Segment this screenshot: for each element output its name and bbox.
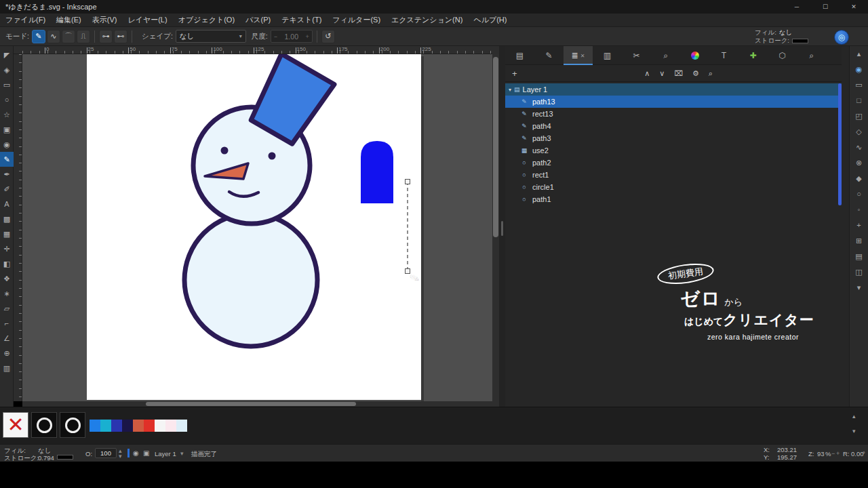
connector-tool[interactable]: ⌐: [0, 316, 14, 331]
pressure-toggle-button[interactable]: ⊶: [99, 30, 113, 43]
bucket-tool[interactable]: ◧: [0, 256, 14, 271]
palette-swatch-3[interactable]: [122, 420, 133, 432]
swatch-white-ring-1[interactable]: [31, 412, 57, 438]
layer-visibility-eye-icon[interactable]: ◉: [133, 449, 139, 457]
object-row-path13[interactable]: ✎path13: [505, 96, 842, 108]
tab-objects[interactable]: ≣✕: [564, 46, 593, 65]
eraser-tool[interactable]: ▱: [0, 301, 14, 316]
menu-item-0[interactable]: ファイル(F): [0, 14, 51, 27]
text-tool[interactable]: A: [0, 197, 14, 211]
menu-item-3[interactable]: レイヤー(L): [122, 14, 172, 27]
layer-dropdown-arrow-icon[interactable]: ▾: [180, 450, 184, 457]
snap-scroll-down[interactable]: ▾: [852, 283, 866, 292]
box3d-tool[interactable]: ▣: [0, 122, 14, 137]
lpe-based-toggle-button[interactable]: ⊷: [114, 30, 127, 43]
object-row-path3[interactable]: ✎path3: [505, 132, 842, 144]
menu-item-1[interactable]: 編集(E): [51, 14, 87, 27]
snap-grid[interactable]: ⊞: [852, 236, 866, 245]
move-up-button[interactable]: ∧: [644, 69, 650, 78]
snap-smooth-nodes[interactable]: ○: [852, 189, 866, 199]
tab-path[interactable]: ✂: [622, 46, 651, 65]
snap-cusp-nodes[interactable]: ◆: [852, 174, 866, 183]
tab-document[interactable]: ▤: [505, 46, 534, 65]
tab-text[interactable]: T: [709, 46, 738, 65]
tab-fill-stroke[interactable]: ✎: [534, 46, 564, 65]
zoom-minus-icon[interactable]: −: [831, 450, 835, 457]
menu-item-5[interactable]: パス(P): [240, 14, 276, 27]
status-stroke-swatch[interactable]: [57, 455, 73, 460]
ruler-left[interactable]: [14, 54, 22, 401]
snap-bbox-corners[interactable]: ◰: [852, 111, 866, 121]
mode-bezier-button[interactable]: ✎: [32, 30, 45, 43]
shape-dropdown[interactable]: なし ▾: [176, 30, 246, 43]
mesh-tool[interactable]: ▦: [0, 226, 14, 241]
zoom-value[interactable]: 93: [817, 450, 825, 458]
snap-page-border[interactable]: ◫: [852, 267, 866, 277]
layer-row[interactable]: ▾▤Layer 1: [505, 83, 842, 96]
palette-swatch-7[interactable]: [165, 420, 176, 432]
search-icon[interactable]: ⌕: [709, 69, 713, 78]
snap-bbox[interactable]: ▭: [852, 80, 866, 89]
canvas[interactable]: ✎: [22, 54, 492, 401]
snap-master-toggle[interactable]: ◉: [852, 64, 866, 74]
snowman-body[interactable]: [184, 214, 317, 346]
delete-object-button[interactable]: ⌧: [674, 69, 683, 78]
menu-item-2[interactable]: 表示(V): [87, 14, 123, 27]
selector-tool[interactable]: ◤: [0, 47, 14, 62]
maximize-button[interactable]: ☐: [811, 0, 840, 14]
ruler-top[interactable]: 0255075100125150175200225: [22, 46, 492, 54]
object-row-path4[interactable]: ✎path4: [505, 120, 842, 132]
zoom-tool[interactable]: ⊕: [0, 346, 14, 361]
minimize-button[interactable]: ─: [783, 0, 811, 14]
snap-midpoints[interactable]: ◦: [852, 205, 866, 214]
gradient-tool[interactable]: ▩: [0, 211, 14, 226]
tab-zoom[interactable]: ⌕: [797, 46, 826, 65]
expand-caret-icon[interactable]: ▾: [509, 87, 511, 93]
measure-tool[interactable]: ∠: [0, 331, 14, 346]
rotation-value[interactable]: 0.00: [851, 450, 864, 458]
palette-swatch-2[interactable]: [111, 420, 122, 432]
mode-spiro-button[interactable]: ∿: [47, 30, 60, 43]
settings-gear-icon[interactable]: ⚙: [692, 69, 699, 78]
stroke-color-swatch[interactable]: [792, 39, 808, 43]
reset-defaults-button[interactable]: ↺: [321, 30, 335, 43]
palette-swatch-0[interactable]: [90, 420, 100, 432]
tweak-tool[interactable]: ❖: [0, 271, 14, 286]
swatch-white-ring-2[interactable]: [60, 412, 85, 438]
tab-extensions[interactable]: ✚: [738, 46, 768, 65]
spray-tool[interactable]: ∗: [0, 286, 14, 301]
rect-tool[interactable]: ▭: [0, 77, 14, 92]
opacity-down-icon[interactable]: ▾: [119, 453, 122, 460]
object-row-path2[interactable]: ○path2: [505, 157, 842, 169]
tab-symbols[interactable]: ⬡: [768, 46, 797, 65]
menu-item-4[interactable]: オブジェクト(O): [173, 14, 240, 27]
tab-find[interactable]: ⌕: [651, 46, 680, 65]
palette-swatch-8[interactable]: [176, 420, 187, 432]
dropper-tool[interactable]: ✛: [0, 241, 14, 256]
palette-scroll-up-icon[interactable]: ▴: [852, 413, 856, 420]
menu-item-8[interactable]: エクステンション(N): [386, 14, 468, 27]
menu-item-9[interactable]: ヘルプ(H): [468, 14, 512, 27]
object-row-circle1[interactable]: ○circle1: [505, 181, 842, 193]
snap-centers[interactable]: +: [852, 220, 866, 230]
snowman-eye-left[interactable]: [221, 147, 229, 155]
snap-paths[interactable]: ∿: [852, 142, 866, 152]
snap-guides[interactable]: ▤: [852, 251, 866, 261]
palette-swatch-5[interactable]: [144, 420, 155, 432]
blue-shape[interactable]: [361, 141, 393, 203]
zoom-plus-icon[interactable]: +: [836, 450, 840, 457]
pen-tool[interactable]: ✒: [0, 167, 14, 182]
node-tool[interactable]: ◈: [0, 62, 14, 77]
calligraphy-tool[interactable]: ✐: [0, 182, 14, 197]
object-row-path1[interactable]: ○path1: [505, 193, 842, 205]
palette-swatch-4[interactable]: [133, 420, 144, 432]
object-row-rect13[interactable]: ✎rect13: [505, 108, 842, 120]
menu-item-6[interactable]: テキスト(T): [276, 14, 327, 27]
add-layer-button[interactable]: +: [512, 68, 517, 79]
tab-close-icon[interactable]: ✕: [580, 53, 585, 59]
tab-swatches[interactable]: ▥: [593, 46, 622, 65]
status-stroke-width[interactable]: 0.794: [38, 454, 54, 462]
current-layer-dropdown[interactable]: Layer 1: [155, 450, 176, 458]
plus-icon[interactable]: +: [305, 33, 309, 40]
highlight-color-stripe[interactable]: [838, 83, 842, 205]
